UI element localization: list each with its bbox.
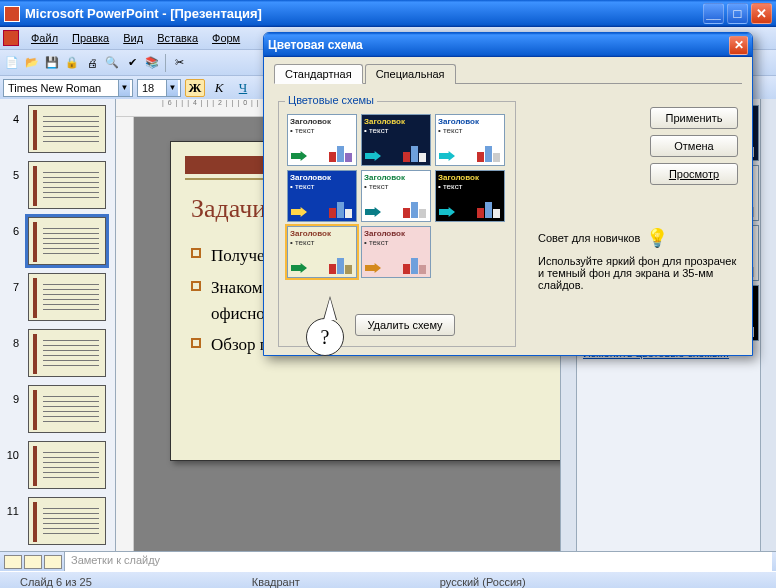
- slide-num: 9: [0, 393, 22, 449]
- window-title: Microsoft PowerPoint - [Презентация]: [25, 6, 703, 21]
- slide-title[interactable]: Задачи: [191, 194, 266, 224]
- views-bar: Заметки к слайду: [0, 551, 776, 571]
- bold-button[interactable]: Ж: [185, 79, 205, 97]
- status-slide: Слайд 6 из 25: [0, 576, 112, 588]
- scheme-option[interactable]: Заголовок • текст: [361, 226, 431, 278]
- callout-tail: [324, 298, 336, 320]
- dialog-body: Стандартная Специальная Цветовые схемы З…: [264, 57, 752, 355]
- dialog-title: Цветовая схема: [268, 38, 363, 52]
- slide-thumb[interactable]: [28, 441, 106, 489]
- new-icon[interactable]: 📄: [3, 54, 21, 72]
- print-icon[interactable]: 🖨: [83, 54, 101, 72]
- delete-scheme-button[interactable]: Удалить схему: [355, 314, 455, 336]
- status-language: русский (Россия): [420, 576, 546, 588]
- arrow-icon: [365, 263, 381, 273]
- scheme-option[interactable]: Заголовок • текст: [287, 170, 357, 222]
- spellcheck-icon[interactable]: ✔: [123, 54, 141, 72]
- dialog-titlebar[interactable]: Цветовая схема ✕: [264, 33, 752, 57]
- scheme-option[interactable]: Заголовок • текст: [361, 114, 431, 166]
- fontsize-combo[interactable]: 18 ▼: [137, 79, 181, 97]
- arrow-icon: [439, 151, 455, 161]
- slide-num: 4: [0, 113, 22, 169]
- chevron-down-icon[interactable]: ▼: [118, 80, 130, 96]
- statusbar: Слайд 6 из 25 Квадрант русский (Россия): [0, 571, 776, 588]
- close-button[interactable]: ✕: [751, 3, 772, 24]
- slide-num: 11: [0, 505, 22, 561]
- slide-thumb[interactable]: [28, 273, 106, 321]
- maximize-button[interactable]: □: [727, 3, 748, 24]
- dialog-tabs: Стандартная Специальная: [274, 63, 742, 84]
- slide-num: 8: [0, 337, 22, 393]
- scheme-option[interactable]: Заголовок • текст: [361, 170, 431, 222]
- italic-button[interactable]: К: [209, 79, 229, 97]
- document-icon: [3, 30, 19, 46]
- slide-thumb[interactable]: [28, 161, 106, 209]
- permission-icon[interactable]: 🔒: [63, 54, 81, 72]
- slide-num: 10: [0, 449, 22, 505]
- tip-box: Совет для новичков 💡 Используйте яркий ф…: [538, 227, 738, 291]
- menu-file[interactable]: Файл: [25, 30, 64, 46]
- minimize-button[interactable]: __: [703, 3, 724, 24]
- slide-thumb[interactable]: [28, 105, 106, 153]
- arrow-icon: [291, 263, 307, 273]
- bullet-icon: [191, 281, 201, 291]
- underline-button[interactable]: Ч: [233, 79, 253, 97]
- slideshow-view-button[interactable]: [44, 555, 62, 569]
- dialog-scheme-grid: Заголовок • текст Заголовок • текст Заго…: [287, 114, 507, 278]
- slides-panel: 4 5 6 7 8 9 10 11: [0, 99, 116, 551]
- notes-pane[interactable]: Заметки к слайду: [64, 552, 772, 571]
- scheme-option[interactable]: Заголовок • текст: [287, 114, 357, 166]
- tab-special[interactable]: Специальная: [365, 64, 456, 84]
- bullet-icon: [191, 338, 201, 348]
- menu-edit[interactable]: Правка: [66, 30, 115, 46]
- font-value: Times New Roman: [8, 82, 101, 94]
- slide-numbers: 4 5 6 7 8 9 10 11: [0, 99, 22, 551]
- slide-thumb[interactable]: [28, 385, 106, 433]
- menu-insert[interactable]: Вставка: [151, 30, 204, 46]
- scheme-option-selected[interactable]: Заголовок • текст: [287, 226, 357, 278]
- menu-view[interactable]: Вид: [117, 30, 149, 46]
- arrow-icon: [291, 207, 307, 217]
- normal-view-button[interactable]: [4, 555, 22, 569]
- arrow-icon: [439, 207, 455, 217]
- status-design: Квадрант: [232, 576, 320, 588]
- menu-format[interactable]: Форм: [206, 30, 246, 46]
- save-icon[interactable]: 💾: [43, 54, 61, 72]
- tab-standard[interactable]: Стандартная: [274, 64, 363, 84]
- help-callout: ?: [306, 318, 344, 356]
- scheme-option[interactable]: Заголовок • текст: [435, 114, 505, 166]
- bullet-icon: [191, 248, 201, 258]
- separator: [165, 54, 166, 72]
- dialog-buttons: Применить Отмена Просмотр: [650, 107, 738, 185]
- preview-button[interactable]: Просмотр: [650, 163, 738, 185]
- tip-heading: Совет для новичков: [538, 232, 640, 244]
- groupbox-label: Цветовые схемы: [285, 94, 377, 106]
- chevron-down-icon[interactable]: ▼: [166, 80, 178, 96]
- dialog-close-button[interactable]: ✕: [729, 36, 748, 55]
- apply-button[interactable]: Применить: [650, 107, 738, 129]
- fontsize-value: 18: [142, 82, 154, 94]
- thumbnails: [22, 99, 115, 551]
- slide-thumb[interactable]: [28, 497, 106, 545]
- scheme-option[interactable]: Заголовок • текст: [435, 170, 505, 222]
- tip-body: Используйте яркий фон для прозрачек и те…: [538, 255, 738, 291]
- cancel-button[interactable]: Отмена: [650, 135, 738, 157]
- titlebar: Microsoft PowerPoint - [Презентация] __ …: [0, 0, 776, 27]
- arrow-icon: [291, 151, 307, 161]
- cut-icon[interactable]: ✂: [170, 54, 188, 72]
- taskpane-scrollbar[interactable]: [760, 99, 776, 551]
- app-icon: [4, 6, 20, 22]
- slide-thumb[interactable]: [28, 329, 106, 377]
- font-combo[interactable]: Times New Roman ▼: [3, 79, 133, 97]
- slide-num: 5: [0, 169, 22, 225]
- preview-icon[interactable]: 🔍: [103, 54, 121, 72]
- schemes-groupbox: Цветовые схемы Заголовок • текст Заголов…: [278, 101, 516, 347]
- open-icon[interactable]: 📂: [23, 54, 41, 72]
- slide-thumb-selected[interactable]: [28, 217, 106, 265]
- arrow-icon: [365, 207, 381, 217]
- slide-num: 6: [0, 225, 22, 281]
- lightbulb-icon: 💡: [646, 227, 668, 249]
- arrow-icon: [365, 151, 381, 161]
- research-icon[interactable]: 📚: [143, 54, 161, 72]
- sorter-view-button[interactable]: [24, 555, 42, 569]
